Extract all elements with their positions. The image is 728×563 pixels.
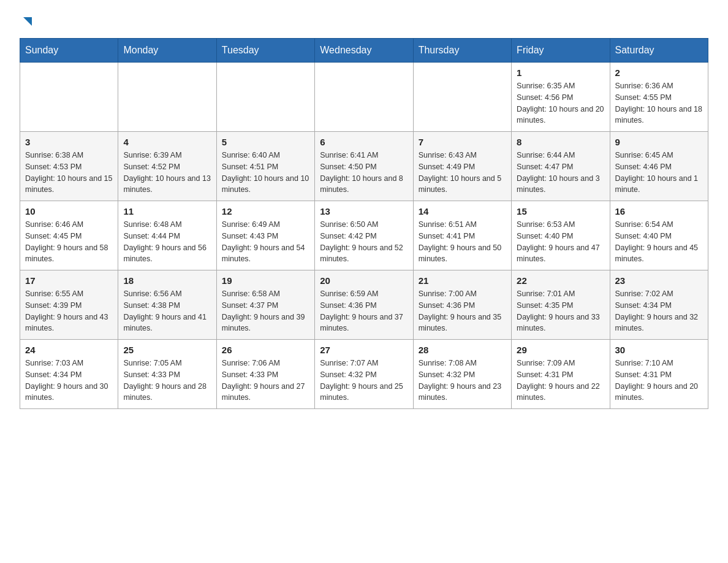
col-header-friday: Friday [512,39,610,63]
day-info: Sunset: 4:41 PM [419,231,506,242]
day-info: Sunrise: 6:38 AM [25,150,113,161]
day-info: Sunrise: 6:56 AM [123,288,211,300]
calendar-cell [315,63,413,132]
day-number: 13 [320,206,408,216]
day-info: Sunset: 4:38 PM [123,300,211,312]
calendar-cell [216,63,314,132]
day-number: 22 [517,275,604,286]
week-row-3: 10Sunrise: 6:46 AMSunset: 4:45 PMDayligh… [20,201,708,270]
col-header-monday: Monday [118,39,216,63]
day-info: Daylight: 9 hours and 22 minutes. [517,381,604,404]
calendar-cell: 3Sunrise: 6:38 AMSunset: 4:53 PMDaylight… [20,132,118,201]
day-info: Sunrise: 7:03 AM [25,358,113,369]
calendar-cell: 8Sunrise: 6:44 AMSunset: 4:47 PMDaylight… [512,132,610,201]
day-info: Sunset: 4:49 PM [419,161,506,173]
day-info: Sunset: 4:51 PM [222,161,309,173]
day-info: Sunrise: 6:53 AM [517,219,604,231]
day-number: 5 [222,137,309,147]
calendar-cell: 28Sunrise: 7:08 AMSunset: 4:32 PMDayligh… [413,340,511,409]
calendar-cell: 18Sunrise: 6:56 AMSunset: 4:38 PMDayligh… [118,270,216,340]
calendar-cell [20,63,118,132]
day-info: Daylight: 9 hours and 35 minutes. [419,312,506,335]
calendar-cell [118,63,216,132]
day-info: Sunrise: 7:01 AM [517,288,604,300]
day-number: 26 [222,345,309,355]
day-info: Sunrise: 7:02 AM [615,288,703,300]
day-info: Daylight: 9 hours and 54 minutes. [222,242,309,266]
day-info: Sunset: 4:36 PM [419,300,506,312]
day-info: Sunrise: 6:36 AM [615,80,703,92]
day-info: Daylight: 9 hours and 33 minutes. [517,312,604,335]
day-info: Sunrise: 6:48 AM [123,219,211,231]
day-number: 17 [25,275,113,286]
calendar-cell: 25Sunrise: 7:05 AMSunset: 4:33 PMDayligh… [118,340,216,409]
day-info: Sunrise: 7:09 AM [517,358,604,369]
day-info: Daylight: 9 hours and 41 minutes. [123,312,211,335]
calendar-cell [413,63,511,132]
day-info: Daylight: 10 hours and 8 minutes. [320,173,408,196]
day-number: 1 [517,67,604,78]
day-info: Sunrise: 6:59 AM [320,288,408,300]
calendar-cell: 22Sunrise: 7:01 AMSunset: 4:35 PMDayligh… [512,270,610,340]
day-info: Sunset: 4:40 PM [615,231,703,242]
day-number: 21 [419,275,506,286]
day-info: Daylight: 9 hours and 45 minutes. [615,242,703,266]
page-header [20,15,708,28]
day-info: Daylight: 9 hours and 52 minutes. [320,242,408,266]
day-info: Sunrise: 7:10 AM [615,358,703,369]
logo-triangle-icon [21,15,34,28]
day-info: Sunrise: 6:44 AM [517,150,604,161]
day-info: Sunset: 4:36 PM [320,300,408,312]
day-info: Daylight: 9 hours and 56 minutes. [123,242,211,266]
day-number: 3 [25,137,113,147]
day-info: Sunset: 4:39 PM [25,300,113,312]
logo [20,15,34,28]
calendar-cell: 17Sunrise: 6:55 AMSunset: 4:39 PMDayligh… [20,270,118,340]
calendar-cell: 23Sunrise: 7:02 AMSunset: 4:34 PMDayligh… [610,270,708,340]
day-number: 28 [419,345,506,355]
day-info: Daylight: 10 hours and 18 minutes. [615,104,703,127]
day-info: Daylight: 9 hours and 37 minutes. [320,312,408,335]
col-header-wednesday: Wednesday [315,39,413,63]
calendar-cell: 20Sunrise: 6:59 AMSunset: 4:36 PMDayligh… [315,270,413,340]
calendar-cell: 12Sunrise: 6:49 AMSunset: 4:43 PMDayligh… [216,201,314,270]
day-number: 29 [517,345,604,355]
calendar-table: SundayMondayTuesdayWednesdayThursdayFrid… [20,38,708,409]
day-number: 10 [25,206,113,216]
day-info: Sunrise: 6:51 AM [419,219,506,231]
day-number: 9 [615,137,703,147]
day-info: Sunset: 4:31 PM [615,369,703,381]
calendar-cell: 21Sunrise: 7:00 AMSunset: 4:36 PMDayligh… [413,270,511,340]
calendar-cell: 2Sunrise: 6:36 AMSunset: 4:55 PMDaylight… [610,63,708,132]
day-number: 18 [123,275,211,286]
day-info: Sunrise: 7:06 AM [222,358,309,369]
day-number: 4 [123,137,211,147]
day-info: Daylight: 9 hours and 50 minutes. [419,242,506,266]
col-header-tuesday: Tuesday [216,39,314,63]
day-number: 27 [320,345,408,355]
col-header-thursday: Thursday [413,39,511,63]
calendar-cell: 24Sunrise: 7:03 AMSunset: 4:34 PMDayligh… [20,340,118,409]
col-header-sunday: Sunday [20,39,118,63]
day-info: Daylight: 9 hours and 43 minutes. [25,312,113,335]
week-row-2: 3Sunrise: 6:38 AMSunset: 4:53 PMDaylight… [20,132,708,201]
svg-marker-0 [23,17,32,26]
day-info: Sunset: 4:35 PM [517,300,604,312]
day-info: Daylight: 9 hours and 27 minutes. [222,381,309,404]
day-number: 19 [222,275,309,286]
day-info: Sunset: 4:44 PM [123,231,211,242]
day-info: Sunset: 4:33 PM [222,369,309,381]
calendar-cell: 11Sunrise: 6:48 AMSunset: 4:44 PMDayligh… [118,201,216,270]
day-info: Daylight: 10 hours and 1 minute. [615,173,703,196]
calendar-cell: 13Sunrise: 6:50 AMSunset: 4:42 PMDayligh… [315,201,413,270]
calendar-cell: 26Sunrise: 7:06 AMSunset: 4:33 PMDayligh… [216,340,314,409]
day-info: Sunrise: 6:49 AM [222,219,309,231]
day-info: Daylight: 9 hours and 28 minutes. [123,381,211,404]
day-info: Sunrise: 6:40 AM [222,150,309,161]
calendar-cell: 7Sunrise: 6:43 AMSunset: 4:49 PMDaylight… [413,132,511,201]
day-info: Sunrise: 6:46 AM [25,219,113,231]
day-number: 24 [25,345,113,355]
day-number: 15 [517,206,604,216]
day-info: Sunrise: 6:58 AM [222,288,309,300]
calendar-cell: 19Sunrise: 6:58 AMSunset: 4:37 PMDayligh… [216,270,314,340]
